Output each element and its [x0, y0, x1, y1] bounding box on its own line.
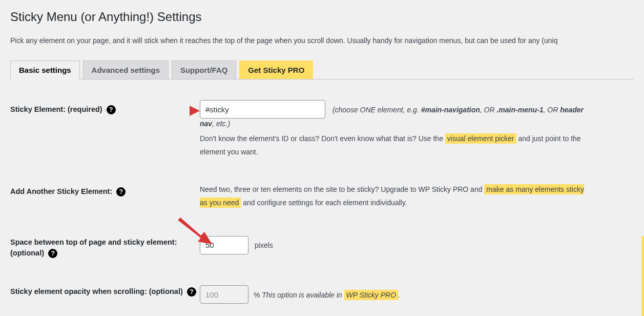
arrow-icon	[169, 103, 200, 118]
label-opacity: Sticky element opacity when scrolling: (…	[10, 287, 183, 295]
tab-get-sticky-pro[interactable]: Get Sticky PRO	[239, 61, 313, 79]
tab-basic-settings[interactable]: Basic settings	[10, 61, 80, 80]
unit-label: pixels	[255, 241, 273, 249]
sticky-element-input[interactable]	[200, 100, 325, 118]
visual-picker-link[interactable]: visual element picker	[445, 133, 516, 144]
row-sticky-element: Sticky Element: (required) ? (choose ONE…	[10, 100, 634, 159]
pro-link[interactable]: WP Sticky PRO	[344, 290, 399, 300]
description-text: Don't know the element's ID or class? Do…	[200, 132, 589, 159]
help-icon[interactable]: ?	[107, 105, 116, 114]
help-icon[interactable]: ?	[116, 187, 126, 196]
description-text: Need two, three or ten elements on the s…	[200, 183, 589, 210]
page-intro: Pick any element on your page, and it wi…	[10, 35, 634, 46]
arrow-icon	[175, 218, 214, 248]
row-opacity: Sticky element opacity when scrolling: (…	[10, 282, 634, 304]
help-icon[interactable]: ?	[187, 287, 196, 297]
label-add-another: Add Another Sticky Element:	[10, 187, 112, 195]
label-sticky-element: Sticky Element: (required)	[10, 105, 102, 113]
row-add-another: Add Another Sticky Element: ? Need two, …	[10, 182, 634, 210]
row-space: Space between top of page and sticky ele…	[10, 233, 634, 260]
tab-advanced-settings[interactable]: Advanced settings	[83, 61, 169, 79]
tab-support-faq[interactable]: Support/FAQ	[172, 61, 237, 79]
help-icon[interactable]: ?	[48, 249, 57, 258]
opacity-input	[200, 285, 248, 304]
label-space: Space between top of page and sticky ele…	[10, 238, 177, 258]
page-title: Sticky Menu (or Anything!) Settings	[10, 5, 634, 26]
unit-label: % This option is available in WP Sticky …	[254, 291, 400, 299]
scrollbar-indicator[interactable]	[641, 236, 644, 304]
tab-wrapper: Basic settings Advanced settings Support…	[10, 61, 634, 80]
